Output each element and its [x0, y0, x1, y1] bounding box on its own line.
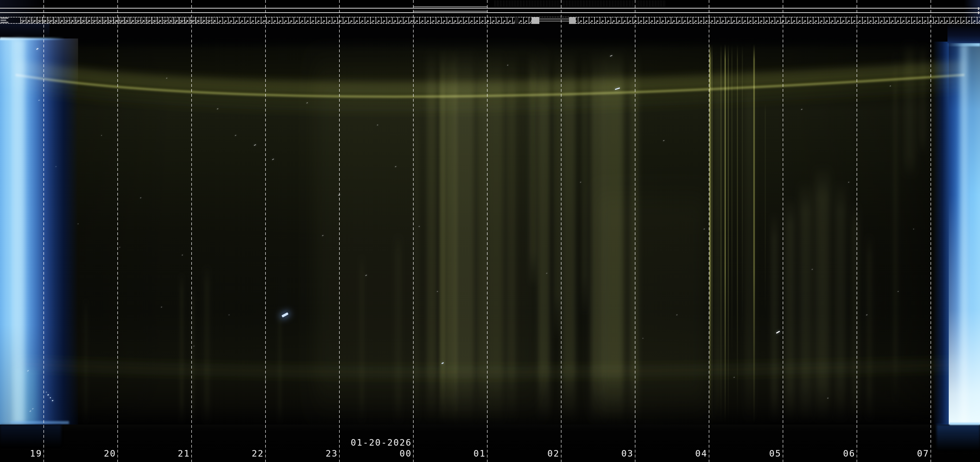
hour-tick-label: 05 [740, 448, 781, 459]
hour-tick-label: 07 [888, 448, 929, 459]
hour-tick-label: 21 [148, 448, 190, 459]
hour-tick-label: 04 [666, 448, 708, 459]
hour-tick-label: 20 [75, 448, 116, 459]
hour-tick-label: 01 [444, 448, 486, 459]
hour-tick-label: 23 [296, 448, 338, 459]
keogram-image: 01-20-2026 19202122230001020304050607 [0, 0, 980, 462]
hour-tick-label: 02 [518, 448, 560, 459]
hour-tick-label: 00 [370, 448, 412, 459]
hour-tick-label: 06 [814, 448, 855, 459]
hour-tick-label: 22 [222, 448, 264, 459]
hour-tick-label: 19 [0, 448, 42, 459]
hour-tick-label: 03 [592, 448, 633, 459]
hour-labels-layer: 19202122230001020304050607 [0, 0, 980, 462]
